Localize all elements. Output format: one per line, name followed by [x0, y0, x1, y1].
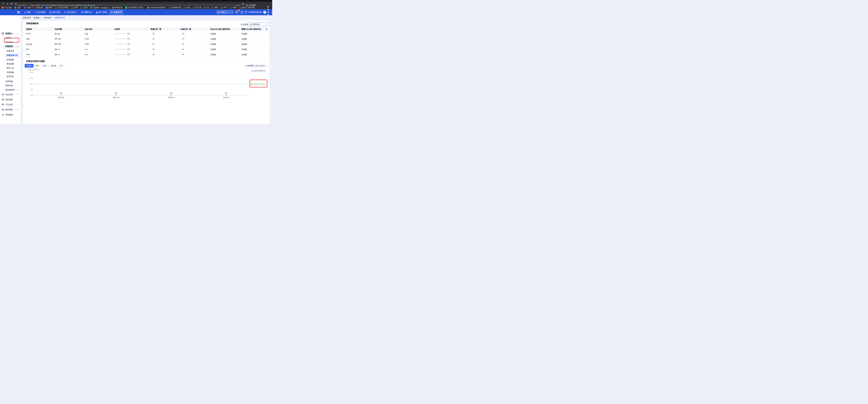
folder-icon: [221, 7, 223, 9]
theme-shirt-icon[interactable]: [245, 11, 247, 13]
bookmark-bing[interactable]: b必应: [14, 6, 21, 9]
row-actions-icon[interactable]: [268, 32, 270, 35]
section-title-trend: 容量使用趋势与预测: [26, 60, 45, 63]
nav-item-config-mgmt[interactable]: 配置管理: [109, 9, 124, 15]
sidebar-group-capacity-mgmt[interactable]: 容量管理: [0, 44, 21, 48]
bookmark-folder-xibianren[interactable]: 西边人资源导航: [239, 6, 255, 9]
language-switch-icon[interactable]: En: [241, 11, 244, 13]
bing-icon: b: [14, 7, 17, 9]
bookmark-site-login[interactable]: 网站登录: [112, 6, 123, 9]
sidebar-subitem-alert-policy[interactable]: 告警策略: [0, 58, 21, 61]
observe-center-icon: [81, 11, 83, 13]
bookmark-folder-tk[interactable]: TK: [204, 7, 209, 9]
bookmark-folder-nas[interactable]: NAS: [184, 7, 190, 9]
data-point[interactable]: [170, 95, 172, 96]
nav-item-tenant-mgmt[interactable]: 租户管理: [94, 9, 109, 15]
forecast-range-select[interactable]: 未来预测T+3(T代表月): [244, 64, 268, 68]
info-icon[interactable]: i: [159, 28, 161, 30]
apps-grid-icon[interactable]: [18, 11, 20, 13]
nav-item-compute-ops[interactable]: 算力运维: [62, 9, 79, 15]
back-icon[interactable]: [2, 3, 4, 5]
bookmark-folder-study[interactable]: 学习: [221, 6, 227, 9]
row-actions-icon[interactable]: [268, 53, 270, 56]
table-row[interactable]: 块存储 300 GB 0 GB 0% --% --% 无期限 无期限: [25, 41, 268, 47]
bookmark-translate[interactable]: G翻译: [45, 6, 52, 9]
breadcrumb-item[interactable]: 配置管理: [23, 16, 31, 19]
global-search-input[interactable]: 请输入: [216, 10, 233, 14]
pool-select[interactable]: vm资源池02: [248, 22, 269, 26]
bookmark-folder-cmp[interactable]: CMP: [81, 7, 88, 9]
breadcrumb-item[interactable]: 资源接入: [33, 16, 41, 19]
sidebar-item-free-resource[interactable]: 游离资源: [0, 84, 21, 87]
bookmark-folder-ai-tools[interactable]: AI工具: [193, 6, 201, 9]
row-actions-icon[interactable]: [268, 48, 270, 50]
navbar-separator: [21, 11, 21, 13]
row-actions-icon[interactable]: [268, 38, 270, 40]
sidebar-item-baremetal-mgmt[interactable]: 裸金属管理: [0, 88, 21, 92]
point-label: 0%: [58, 92, 65, 94]
info-icon[interactable]: i: [189, 28, 191, 30]
bookmark-sz-admin[interactable]: sz-admin后台管理...: [147, 6, 166, 9]
bookmark-folder-ziliao2[interactable]: 资料: [230, 6, 237, 9]
user-menu[interactable]: 系统管理员: [267, 9, 272, 15]
table-row[interactable]: GPU 300 卡 0 卡 0% --% --% 无期限 无期限: [25, 52, 268, 57]
bookmark-folder-pojv[interactable]: 破局俱乐部: [169, 6, 181, 9]
sidebar-collapse-handle[interactable]: [21, 77, 23, 83]
row-actions-icon[interactable]: [268, 43, 270, 45]
tab-memory[interactable]: 内存: [33, 64, 41, 68]
table-row[interactable]: EIP 300 个 0 个 0% --% --% 无期限 无期限: [25, 47, 268, 52]
nav-item-overview[interactable]: 概览: [22, 9, 33, 15]
tab-block-storage[interactable]: 块存储: [49, 64, 58, 68]
alloc-rate-bar: [114, 43, 126, 44]
bookmark-folder-project[interactable]: 项目: [212, 6, 218, 9]
sidebar-subitem-capacity-forecast[interactable]: 容量预测分析: [0, 54, 21, 57]
sidebar-item-resource-allocation[interactable]: 资源划拨: [0, 79, 21, 83]
sidebar-item-cloud-pool[interactable]: 云资源池: [0, 40, 21, 44]
column-settings-gear-icon[interactable]: [266, 28, 268, 30]
sidebar-section-resource-access[interactable]: 资源接入: [0, 32, 21, 35]
sidebar-item-service-notice[interactable]: 服务通知: [0, 108, 21, 111]
reload-icon[interactable]: [10, 3, 13, 5]
role-switcher[interactable]: 全局系统管理员: [248, 9, 264, 15]
chevron-down-icon: [266, 65, 267, 66]
point-label: 0%: [223, 92, 230, 94]
forward-icon[interactable]: [6, 3, 9, 5]
folder-icon: [169, 7, 171, 9]
bookmark-youtube[interactable]: YouTube: [2, 7, 12, 9]
chevron-up-icon: [17, 46, 18, 47]
folder-icon: [55, 7, 57, 9]
chart-legend[interactable]: 历史使用率(%): [252, 70, 266, 72]
sidebar-item-system-config[interactable]: 系统配置: [0, 113, 21, 116]
data-point[interactable]: [60, 95, 62, 96]
nav-item-compute-operation[interactable]: 算力运营: [48, 9, 62, 15]
avatar[interactable]: [263, 11, 266, 14]
data-point[interactable]: [225, 95, 227, 96]
col-capacity: 当前容量: [54, 28, 62, 31]
table-row[interactable]: 内存 300 GB 0 GB 0% --% --% 无期限 无期限: [25, 36, 268, 41]
sidebar-item-cloud-account[interactable]: 云账号: [0, 36, 21, 39]
bookmark-json-online[interactable]: JJSON在线 | JSON...: [125, 6, 145, 9]
sidebar-subitem-contact-group[interactable]: 联系人组: [0, 66, 21, 70]
point-label: 0%: [113, 92, 120, 94]
bookmark-fastapi[interactable]: fFastAPI - Swagger...: [90, 7, 110, 9]
breadcrumb-item[interactable]: 容量管理: [43, 16, 51, 19]
home-icon[interactable]: [14, 3, 17, 5]
data-point[interactable]: [116, 95, 117, 96]
nav-item-observe-center[interactable]: 观测中心: [79, 9, 94, 15]
bookmark-folder-ziliao1[interactable]: 资料: [71, 6, 78, 9]
sidebar-item-business-process[interactable]: 业务流程: [0, 93, 21, 96]
bookmark-folder-cloud-console[interactable]: 公有云控制台: [55, 6, 69, 9]
nav-item-compute-service[interactable]: 算力服务: [33, 9, 48, 15]
sidebar-subitem-notify-policy[interactable]: 通知策略: [0, 62, 21, 66]
sidebar-item-product-info[interactable]: 产品信息: [0, 103, 21, 106]
tab-gpu[interactable]: GPU: [41, 64, 49, 68]
tab-eip[interactable]: EIP: [58, 64, 65, 68]
tab-vcpu[interactable]: vCPU: [25, 64, 33, 68]
bookmark-baidu[interactable]: B百度一下，你就知道: [24, 6, 43, 9]
table-row[interactable]: vCPU 300 核 0 核 0% --% --% 无期限 无期限: [25, 31, 268, 36]
sidebar-subitem-alert-history[interactable]: 告警历史: [0, 75, 21, 78]
y-tick: 0%: [26, 95, 33, 96]
sidebar-subitem-capacity-mgmt[interactable]: 容量管理: [0, 49, 21, 53]
sidebar-subitem-message-template[interactable]: 消息模板: [0, 71, 21, 74]
sidebar-item-optimize-policy[interactable]: 优化策略: [0, 98, 21, 101]
